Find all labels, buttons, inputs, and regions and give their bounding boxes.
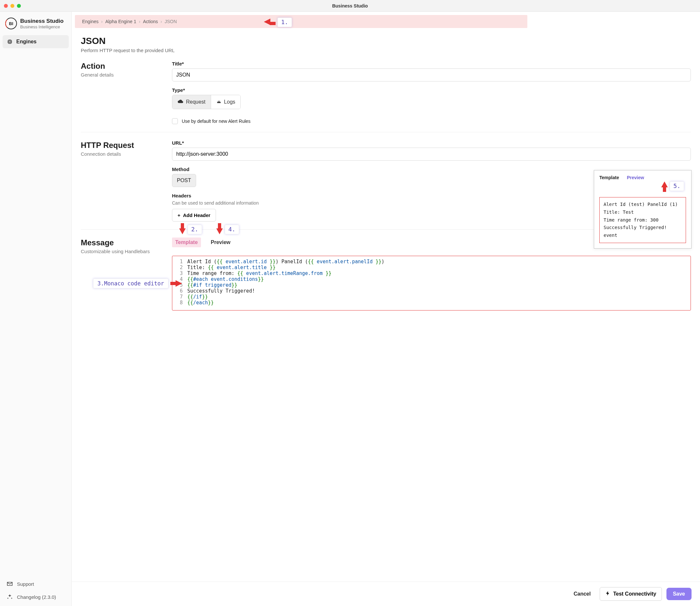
section-sub: Connection details: [81, 151, 162, 157]
window-title: Business Studio: [0, 3, 700, 8]
plus-icon: +: [177, 212, 180, 218]
tab-preview[interactable]: Preview: [210, 237, 231, 247]
url-input[interactable]: [172, 147, 691, 161]
title-input[interactable]: [172, 68, 691, 81]
arrow-right-icon: [170, 280, 182, 287]
type-logs-button[interactable]: Logs: [211, 95, 241, 109]
tab-template[interactable]: Template: [172, 237, 201, 247]
arrow-down-icon: [179, 223, 186, 234]
code-editor[interactable]: 1Alert Id ({{ event.alert.id }}) PanelId…: [172, 256, 691, 310]
save-button[interactable]: Save: [667, 588, 692, 600]
label-url: URL*: [172, 140, 691, 146]
chevron-right-icon: ›: [101, 19, 103, 24]
page-title: JSON: [81, 36, 691, 46]
add-header-button[interactable]: + Add Header: [172, 209, 216, 222]
annotation-3: 3.Monaco code editor: [93, 279, 182, 288]
test-connectivity-button[interactable]: Test Connectivity: [600, 587, 661, 601]
brand-subtitle: Business Intelligence: [20, 24, 64, 29]
footer-actions: Cancel Test Connectivity Save: [72, 582, 700, 606]
cloud-icon: [177, 98, 184, 106]
brand-title: Business Studio: [20, 18, 64, 24]
chip-icon: [6, 39, 13, 45]
bolt-icon: [605, 591, 610, 597]
breadcrumb-item-current: JSON: [165, 19, 177, 24]
arrow-up-icon: [661, 182, 668, 192]
default-checkbox[interactable]: [172, 118, 178, 124]
type-request-label: Request: [186, 99, 206, 105]
close-window-icon[interactable]: [4, 4, 8, 8]
mail-icon: [6, 581, 13, 587]
brand-logo-icon: BI: [5, 18, 17, 29]
breadcrumb-item[interactable]: Alpha Engine 1: [105, 19, 136, 24]
type-toggle: Request Logs: [172, 95, 241, 109]
annotation-2: 2.: [179, 223, 202, 234]
breadcrumb-item[interactable]: Actions: [143, 19, 158, 24]
cancel-button[interactable]: Cancel: [569, 588, 595, 600]
preview-panel: Template Preview 5. Alert Id (test) Pane…: [594, 170, 692, 249]
breadcrumb: Engines › Alpha Engine 1 › Actions › JSO…: [75, 15, 527, 28]
type-request-button[interactable]: Request: [172, 95, 211, 109]
breadcrumb-item[interactable]: Engines: [82, 19, 99, 24]
preview-tab-preview[interactable]: Preview: [627, 175, 644, 180]
sidebar-item-engines[interactable]: Engines: [3, 35, 69, 48]
brand: BI Business Studio Business Intelligence: [3, 16, 69, 35]
annotation-4: 4.: [216, 223, 239, 234]
section-heading: Action: [81, 62, 162, 71]
sidebar-item-label: Changelog (2.3.0): [17, 594, 56, 600]
main-content: Engines › Alpha Engine 1 › Actions › JSO…: [72, 12, 700, 606]
section-action: Action General details Title* Type*: [81, 53, 691, 132]
window-controls: [4, 4, 21, 8]
sidebar: BI Business Studio Business Intelligence…: [0, 12, 72, 606]
disk-icon: [216, 99, 221, 105]
chevron-right-icon: ›: [139, 19, 140, 24]
default-checkbox-label: Use by default for new Alert Rules: [182, 119, 250, 124]
section-sub: General details: [81, 72, 162, 77]
label-title: Title*: [172, 61, 691, 67]
annotation-1: 1.: [264, 18, 292, 27]
label-type: Type*: [172, 87, 691, 93]
sidebar-item-changelog[interactable]: Changelog (2.3.0): [5, 591, 66, 603]
window-titlebar: Business Studio: [0, 0, 700, 12]
sparkle-icon: [6, 593, 13, 600]
arrow-left-icon: [264, 19, 275, 26]
arrow-down-icon: [216, 223, 223, 234]
svg-rect-1: [9, 41, 11, 43]
section-heading: HTTP Request: [81, 141, 162, 150]
page-subtitle: Perform HTTP request to the provided URL: [81, 48, 691, 53]
minimize-window-icon[interactable]: [10, 4, 14, 8]
add-header-label: Add Header: [183, 212, 211, 218]
annotation-5: 5.: [661, 182, 684, 192]
sidebar-item-support[interactable]: Support: [5, 578, 66, 590]
svg-rect-0: [8, 40, 11, 43]
test-connectivity-label: Test Connectivity: [613, 591, 656, 597]
sidebar-item-label: Engines: [16, 39, 37, 45]
preview-tab-template[interactable]: Template: [599, 175, 619, 180]
section-heading: Message: [81, 238, 162, 247]
method-select[interactable]: POST: [172, 174, 196, 187]
maximize-window-icon[interactable]: [17, 4, 21, 8]
type-logs-label: Logs: [224, 99, 236, 105]
chevron-right-icon: ›: [161, 19, 162, 24]
sidebar-item-label: Support: [17, 581, 34, 587]
preview-output: Alert Id (test) PanelId (1) Title: Test …: [599, 197, 686, 243]
section-sub: Customizable using Handlebars: [81, 249, 162, 254]
